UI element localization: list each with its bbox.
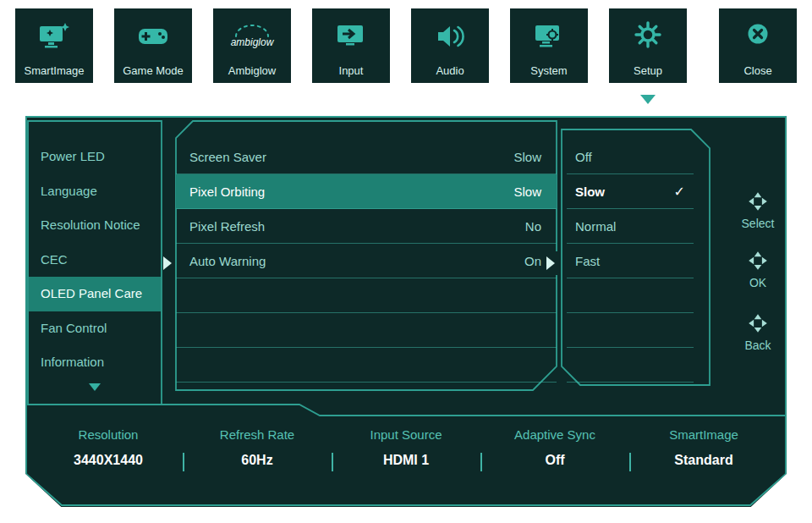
tab-game-mode[interactable]: Game Mode [114, 8, 192, 83]
setting-row-empty [176, 313, 557, 348]
status-divider [332, 453, 333, 471]
option-off[interactable]: Off [567, 140, 694, 174]
oled-panel-care-settings: Screen Saver Slow Pixel Orbiting Slow Pi… [176, 140, 557, 383]
osd-panel: Power LED Language Resolution Notice CEC… [25, 116, 787, 507]
setting-label: Pixel Orbiting [189, 184, 265, 199]
tab-close[interactable]: Close [719, 8, 797, 83]
setting-label: Screen Saver [189, 150, 266, 164]
tab-smartimage[interactable]: SmartImage [15, 8, 93, 83]
setting-value: Slow [513, 184, 541, 199]
status-input-source: Input Source HDMI 1 [332, 427, 480, 468]
tab-label: Setup [634, 64, 662, 77]
dpad-icon [747, 312, 769, 334]
submenu-pointer-icon [546, 256, 555, 270]
menu-item-cec[interactable]: CEC [29, 243, 161, 278]
settings-menu: Power LED Language Resolution Notice CEC… [29, 140, 161, 380]
osd-screen: SmartImage Game Mode ambiglow [0, 0, 812, 523]
setting-row-auto-warning[interactable]: Auto Warning On [176, 244, 557, 278]
gear-icon [609, 8, 687, 64]
tab-label: Input [339, 64, 364, 77]
dpad-icon [747, 250, 769, 272]
scroll-down-icon [89, 383, 101, 391]
submenu-pointer-icon [163, 256, 172, 270]
close-icon [719, 8, 797, 64]
status-smartimage: SmartImage Standard [629, 427, 778, 468]
status-bar: Resolution 3440X1440 Refresh Rate 60Hz I… [34, 427, 778, 468]
setting-value: Slow [513, 150, 541, 164]
menu-item-resolution-notice[interactable]: Resolution Notice [29, 208, 161, 243]
dpad-icon [747, 190, 769, 212]
tab-audio[interactable]: Audio [411, 8, 489, 83]
tab-label: System [530, 64, 567, 77]
setting-value: On [524, 254, 541, 268]
tab-setup[interactable]: Setup [609, 8, 687, 83]
tab-input[interactable]: Input [312, 8, 390, 83]
setting-row-empty [176, 278, 557, 313]
input-icon [312, 8, 390, 64]
status-divider [183, 453, 184, 471]
setting-value: No [525, 219, 541, 234]
hint-label: Back [732, 339, 783, 352]
menu-item-fan-control[interactable]: Fan Control [29, 311, 161, 346]
audio-icon [411, 8, 489, 64]
setting-row-pixel-orbiting[interactable]: Pixel Orbiting Slow [176, 174, 557, 209]
menu-item-oled-panel-care[interactable]: OLED Panel Care [29, 277, 161, 311]
hint-label: OK [732, 276, 783, 289]
setting-row-empty [176, 348, 557, 383]
option-empty [567, 278, 694, 313]
menu-item-information[interactable]: Information [29, 345, 161, 380]
hint-select: Select [732, 190, 783, 230]
hint-label: Select [732, 217, 783, 230]
status-refresh-rate: Refresh Rate 60Hz [183, 427, 332, 468]
setting-label: Pixel Refresh [189, 219, 265, 234]
status-adaptive-sync: Adaptive Sync Off [480, 427, 629, 468]
option-fast[interactable]: Fast [567, 244, 694, 278]
option-empty [567, 313, 694, 348]
setting-label: Auto Warning [189, 254, 266, 268]
tab-label: Game Mode [123, 64, 184, 77]
system-icon [510, 8, 588, 64]
tab-system[interactable]: System [510, 8, 588, 83]
tab-label: SmartImage [25, 64, 85, 77]
top-menu: SmartImage Game Mode ambiglow [15, 8, 797, 83]
tab-label: Audio [436, 64, 464, 77]
setting-row-pixel-refresh[interactable]: Pixel Refresh No [176, 209, 557, 244]
setting-row-screen-saver[interactable]: Screen Saver Slow [176, 140, 557, 174]
status-resolution: Resolution 3440X1440 [34, 427, 183, 468]
menu-item-language[interactable]: Language [29, 174, 161, 209]
hint-back: Back [732, 312, 783, 352]
ambiglow-wordmark: ambiglow [231, 36, 275, 48]
option-normal[interactable]: Normal [567, 209, 694, 244]
smartimage-icon [15, 8, 93, 64]
pixel-orbiting-options: Off Slow ✓ Normal Fast [567, 140, 694, 383]
option-empty [567, 348, 694, 383]
option-slow[interactable]: Slow ✓ [567, 174, 694, 209]
check-icon: ✓ [674, 184, 685, 200]
ambiglow-icon: ambiglow [213, 8, 291, 64]
menu-item-power-led[interactable]: Power LED [29, 140, 161, 174]
hint-ok: OK [732, 250, 783, 289]
status-divider [480, 453, 482, 471]
tab-label: Ambiglow [228, 64, 276, 77]
status-divider [629, 453, 631, 471]
tab-label: Close [743, 64, 771, 77]
gamepad-icon [114, 8, 192, 64]
selected-tab-pointer-icon [640, 95, 656, 104]
tab-ambiglow[interactable]: ambiglow Ambiglow [213, 8, 291, 83]
